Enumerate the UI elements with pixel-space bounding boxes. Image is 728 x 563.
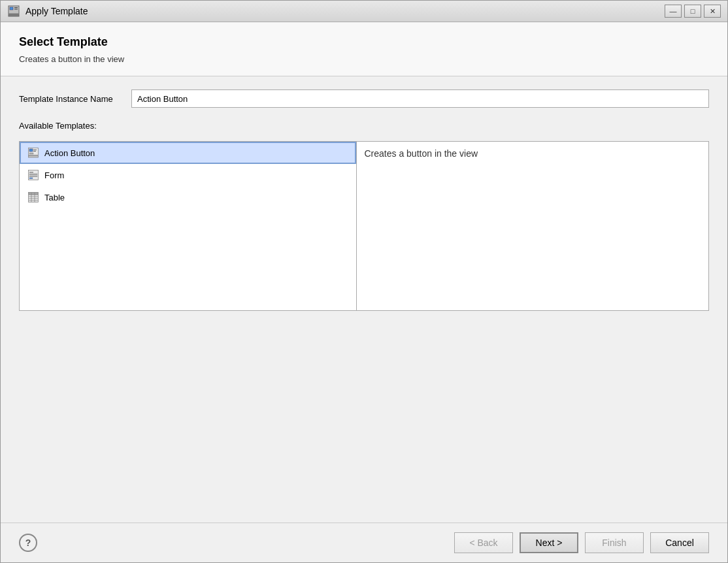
minimize-button[interactable]: — bbox=[665, 5, 682, 18]
table-icon bbox=[27, 191, 39, 203]
dialog-window: Apply Template — □ ✕ Select Template Cre… bbox=[0, 0, 728, 563]
window-icon bbox=[7, 5, 20, 18]
footer-section: ? < Back Next > Finish Cancel bbox=[1, 523, 727, 562]
help-button[interactable]: ? bbox=[19, 534, 37, 552]
svg-rect-7 bbox=[33, 150, 37, 150]
svg-rect-3 bbox=[14, 9, 18, 10]
list-item-label-action-button: Action Button bbox=[44, 148, 95, 158]
next-button[interactable]: Next > bbox=[520, 532, 578, 553]
header-subtitle: Creates a button in the view bbox=[19, 54, 709, 64]
svg-rect-6 bbox=[29, 149, 33, 152]
list-item-label-form: Form bbox=[44, 170, 64, 180]
svg-rect-15 bbox=[29, 178, 33, 179]
form-icon bbox=[27, 169, 39, 181]
form-section: Template Instance Name Available Templat… bbox=[1, 76, 727, 523]
svg-rect-17 bbox=[29, 193, 38, 195]
finish-button[interactable]: Finish bbox=[585, 532, 644, 553]
title-bar-controls: — □ ✕ bbox=[665, 5, 721, 18]
list-item-action-button[interactable]: Action Button bbox=[20, 142, 356, 164]
svg-rect-1 bbox=[10, 7, 13, 10]
svg-rect-2 bbox=[14, 7, 18, 8]
svg-rect-9 bbox=[29, 153, 33, 154]
svg-rect-12 bbox=[29, 172, 33, 173]
action-button-icon bbox=[27, 147, 39, 159]
list-item-form[interactable]: Form bbox=[20, 164, 356, 186]
dialog-content: Select Template Creates a button in the … bbox=[1, 22, 727, 562]
header-section: Select Template Creates a button in the … bbox=[1, 22, 727, 76]
lists-container: Action Button bbox=[19, 141, 709, 509]
instance-name-input[interactable] bbox=[131, 89, 709, 108]
available-templates-label: Available Templates: bbox=[19, 121, 709, 131]
list-item-label-table: Table bbox=[44, 193, 65, 202]
back-button[interactable]: < Back bbox=[454, 532, 513, 553]
cancel-button[interactable]: Cancel bbox=[650, 532, 709, 553]
svg-rect-4 bbox=[8, 14, 19, 16]
description-text: Creates a button in the view bbox=[365, 148, 478, 159]
window-title: Apply Template bbox=[25, 6, 88, 16]
title-bar-left: Apply Template bbox=[7, 5, 88, 18]
description-panel: Creates a button in the view bbox=[357, 141, 710, 311]
list-item-table[interactable]: Table bbox=[20, 186, 356, 208]
template-list[interactable]: Action Button bbox=[19, 141, 357, 311]
header-title: Select Template bbox=[19, 35, 709, 49]
instance-name-row: Template Instance Name bbox=[19, 89, 709, 108]
maximize-button[interactable]: □ bbox=[684, 5, 701, 18]
svg-rect-10 bbox=[29, 155, 39, 157]
close-button[interactable]: ✕ bbox=[704, 5, 721, 18]
svg-rect-8 bbox=[33, 151, 36, 152]
svg-rect-14 bbox=[29, 176, 37, 177]
svg-rect-13 bbox=[29, 174, 37, 175]
instance-name-label: Template Instance Name bbox=[19, 94, 124, 104]
title-bar: Apply Template — □ ✕ bbox=[1, 1, 727, 22]
